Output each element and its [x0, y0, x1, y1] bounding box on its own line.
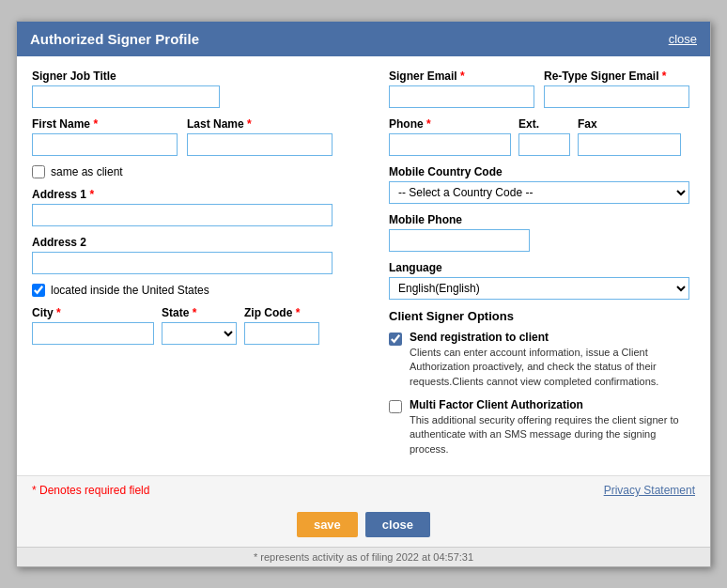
zip-label: Zip Code *	[244, 306, 319, 319]
send-registration-text: Send registration to client Clients can …	[410, 331, 695, 389]
state-label: State *	[162, 306, 237, 319]
modal-container: Authorized Signer Profile close Signer J…	[16, 21, 711, 567]
first-name-group: First Name *	[32, 117, 178, 156]
mobile-phone-label: Mobile Phone	[389, 213, 695, 226]
fax-group: Fax	[578, 117, 681, 156]
fax-input[interactable]	[578, 133, 681, 156]
last-name-label: Last Name *	[187, 117, 333, 131]
first-name-label: First Name *	[32, 117, 178, 131]
signer-job-title-input[interactable]	[32, 85, 220, 108]
signer-job-title-label: Signer Job Title	[32, 70, 370, 83]
same-as-client-checkbox[interactable]	[32, 165, 45, 178]
first-name-input[interactable]	[32, 133, 178, 156]
signer-email-input[interactable]	[389, 85, 534, 108]
mobile-country-code-select[interactable]: -- Select a Country Code --	[389, 181, 689, 204]
signer-job-title-group: Signer Job Title	[32, 70, 370, 108]
zip-input[interactable]	[244, 322, 319, 345]
address1-input[interactable]	[32, 204, 333, 226]
modal-body: Signer Job Title First Name * Last Name …	[17, 56, 710, 475]
language-label: Language	[389, 261, 695, 274]
located-us-row: located inside the United States	[32, 284, 370, 297]
mobile-phone-group: Mobile Phone	[389, 213, 695, 252]
send-registration-label: Send registration to client	[410, 331, 695, 344]
city-input[interactable]	[32, 322, 154, 345]
send-registration-desc: Clients can enter account information, i…	[410, 346, 695, 389]
ext-input[interactable]	[518, 133, 570, 156]
multi-factor-checkbox[interactable]	[389, 400, 402, 413]
zip-group: Zip Code *	[244, 306, 319, 345]
language-select[interactable]: English(English)	[389, 277, 689, 300]
state-select[interactable]	[162, 322, 237, 345]
retype-email-label: Re-Type Signer Email *	[544, 70, 689, 83]
phone-group: Phone *	[389, 117, 511, 156]
retype-email-input[interactable]	[544, 85, 689, 108]
language-group: Language English(English)	[389, 261, 695, 300]
send-registration-row: Send registration to client Clients can …	[389, 331, 695, 389]
signer-email-group: Signer Email *	[389, 70, 534, 108]
address2-input[interactable]	[32, 252, 333, 274]
located-us-checkbox[interactable]	[32, 284, 45, 297]
address1-group: Address 1 *	[32, 188, 370, 226]
phone-row: Phone * Ext. Fax	[389, 117, 695, 156]
retype-email-group: Re-Type Signer Email *	[544, 70, 689, 108]
city-state-zip-row: City * State * Zip Code *	[32, 306, 370, 345]
located-us-label: located inside the United States	[51, 284, 209, 297]
right-column: Signer Email * Re-Type Signer Email * Ph…	[389, 70, 695, 466]
multi-factor-desc: This additional security offering requir…	[410, 413, 695, 456]
same-as-client-label: same as client	[51, 165, 123, 178]
multi-factor-row: Multi Factor Client Authorization This a…	[389, 398, 695, 456]
bottom-bar-text: * represents activity as of filing 2022 …	[254, 551, 473, 563]
mobile-country-code-group: Mobile Country Code -- Select a Country …	[389, 165, 695, 204]
modal-footer: * Denotes required field Privacy Stateme…	[17, 475, 710, 504]
action-buttons-bar: save close	[17, 504, 710, 547]
close-button[interactable]: close	[365, 512, 430, 537]
address2-label: Address 2	[32, 236, 370, 249]
client-signer-options: Client Signer Options Send registration …	[389, 309, 695, 456]
city-label: City *	[32, 306, 154, 319]
same-as-client-row: same as client	[32, 165, 370, 178]
fax-label: Fax	[578, 117, 681, 131]
save-button[interactable]: save	[297, 512, 358, 537]
left-column: Signer Job Title First Name * Last Name …	[32, 70, 370, 466]
mobile-phone-input[interactable]	[389, 229, 530, 252]
address1-label: Address 1 *	[32, 188, 370, 201]
ext-group: Ext.	[518, 117, 570, 156]
multi-factor-text: Multi Factor Client Authorization This a…	[410, 398, 695, 456]
privacy-link[interactable]: Privacy Statement	[604, 484, 695, 497]
name-row: First Name * Last Name *	[32, 117, 370, 156]
signer-email-label: Signer Email *	[389, 70, 534, 83]
last-name-group: Last Name *	[187, 117, 333, 156]
address2-group: Address 2	[32, 236, 370, 274]
mobile-country-code-label: Mobile Country Code	[389, 165, 695, 178]
required-note: * Denotes required field	[32, 484, 149, 497]
send-registration-checkbox[interactable]	[389, 333, 402, 346]
bottom-bar: * represents activity as of filing 2022 …	[17, 547, 710, 566]
ext-label: Ext.	[518, 117, 570, 131]
client-signer-title: Client Signer Options	[389, 309, 695, 323]
email-row: Signer Email * Re-Type Signer Email *	[389, 70, 695, 108]
modal-header: Authorized Signer Profile close	[17, 22, 710, 56]
phone-label: Phone *	[389, 117, 511, 131]
multi-factor-label: Multi Factor Client Authorization	[410, 398, 695, 411]
phone-input[interactable]	[389, 133, 511, 156]
city-group: City *	[32, 306, 154, 345]
modal-title: Authorized Signer Profile	[30, 31, 199, 47]
last-name-input[interactable]	[187, 133, 333, 156]
header-close-button[interactable]: close	[669, 32, 697, 46]
state-group: State *	[162, 306, 237, 345]
